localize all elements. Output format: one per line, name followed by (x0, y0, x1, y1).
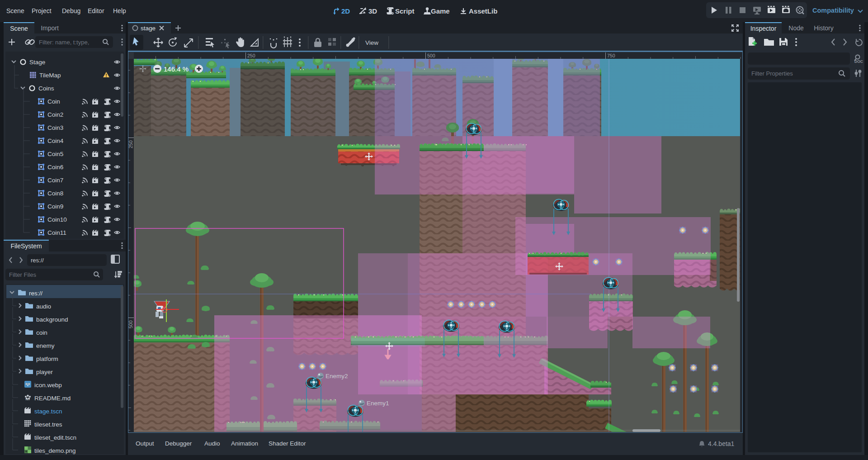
svg-text:tiles_demo.png: tiles_demo.png (34, 447, 76, 454)
svg-text:500: 500 (427, 53, 435, 58)
svg-text:Coin: Coin (47, 98, 60, 105)
svg-text:TileMap: TileMap (39, 72, 61, 79)
svg-text:View: View (365, 39, 378, 46)
svg-text:Coin7: Coin7 (47, 177, 63, 184)
svg-text:background: background (36, 316, 68, 323)
svg-text:146.4 %: 146.4 % (164, 65, 189, 73)
svg-text:Coins: Coins (38, 85, 54, 92)
svg-text:Coin10: Coin10 (47, 216, 67, 223)
svg-text:coin: coin (36, 329, 47, 336)
svg-text:Coin9: Coin9 (47, 203, 63, 210)
svg-text:500: 500 (128, 320, 133, 328)
svg-text:250: 250 (247, 53, 255, 58)
svg-text:Game: Game (431, 7, 450, 15)
svg-text:TXT: TXT (25, 398, 30, 401)
svg-text:Stage: Stage (29, 59, 45, 66)
svg-text:platform: platform (36, 356, 58, 362)
svg-text:README.md: README.md (34, 395, 71, 402)
svg-text:Coin5: Coin5 (47, 151, 63, 157)
svg-text:Enemy2: Enemy2 (326, 373, 348, 379)
svg-text:Coin4: Coin4 (47, 138, 64, 144)
svg-text:Coin3: Coin3 (47, 124, 63, 131)
svg-text:tileset_edit.tscn: tileset_edit.tscn (34, 434, 76, 441)
svg-text:750: 750 (607, 53, 615, 58)
svg-text:stage: stage (141, 25, 156, 32)
svg-text:3D: 3D (368, 7, 377, 15)
svg-text:audio: audio (36, 303, 51, 310)
svg-text:icon.webp: icon.webp (34, 382, 62, 389)
svg-text:Coin6: Coin6 (47, 164, 63, 171)
svg-text:Enemy1: Enemy1 (367, 400, 389, 407)
svg-text:Coin8: Coin8 (47, 190, 63, 197)
svg-text:Coin2: Coin2 (47, 111, 63, 118)
svg-text:AssetLib: AssetLib (469, 7, 497, 15)
svg-text:stage.tscn: stage.tscn (34, 408, 62, 415)
svg-text:250: 250 (128, 140, 133, 148)
svg-text:enemy: enemy (36, 342, 55, 349)
svg-text:DOC: DOC (854, 59, 863, 64)
svg-text:Script: Script (395, 7, 415, 15)
svg-text:Coin11: Coin11 (47, 229, 66, 236)
svg-text:tileset.tres: tileset.tres (34, 421, 62, 428)
svg-text:res://: res:// (29, 290, 42, 297)
svg-text:2D: 2D (341, 7, 350, 15)
svg-text:player: player (36, 369, 53, 375)
